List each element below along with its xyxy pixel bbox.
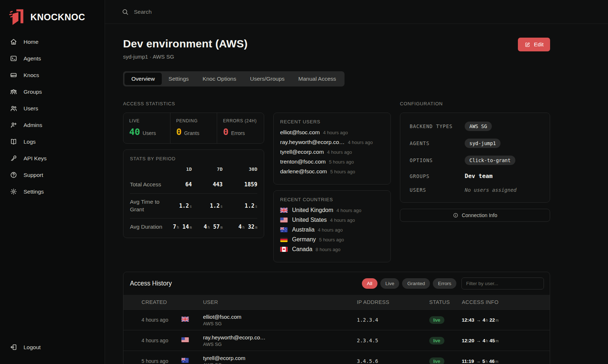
sidebar: KNOCKNOC HomeAgentsKnocsGroupsUsersAdmin… [0, 0, 105, 364]
stat-card-pending: PENDING0Grants [170, 113, 218, 143]
brand-name: KNOCKNOC [30, 12, 85, 22]
history-row[interactable]: 4 hours agoelliot@fsoc.comAWS SG1.2.3.4l… [123, 309, 550, 330]
stat-card-errors-24h: ERRORS (24H)0Errors [217, 113, 264, 143]
sidebar-item-home[interactable]: Home [5, 35, 100, 49]
filter-pill-all[interactable]: All [362, 278, 377, 289]
us-flag-icon [181, 337, 189, 342]
sidebar-item-settings[interactable]: Settings [5, 185, 100, 199]
sidebar-item-label: Settings [24, 189, 44, 195]
stats-column: ACCESS STATISTICS LIVE40UsersPENDING0Gra… [123, 101, 264, 262]
history-row[interactable]: 4 hours agoray.heyworth@ecorp.co…AWS SG2… [123, 330, 550, 351]
stat-value: 0Grants [176, 127, 211, 137]
tab-overview[interactable]: Overview [124, 73, 162, 85]
search-input[interactable]: Search [134, 9, 152, 15]
sidebar-item-label: Admins [24, 122, 42, 128]
status-badge: live [429, 337, 444, 344]
config-row-backend-types: BACKEND TYPESAWS SG [410, 122, 540, 131]
logout-button[interactable]: Logout [0, 340, 105, 355]
period-value: 1.2s [192, 203, 223, 209]
recent-user-email: tyrell@ecorp.com [280, 149, 324, 155]
recent-country-time: 4 hours ago [330, 217, 355, 223]
sidebar-item-users[interactable]: Users [5, 101, 100, 115]
sidebar-item-api-keys[interactable]: API Keys [5, 151, 100, 165]
edit-button-label: Edit [534, 41, 544, 48]
row-ip-address: 1.2.3.4 [357, 317, 429, 323]
period-value: 7h 14m [166, 224, 192, 230]
sidebar-item-knocs[interactable]: Knocs [5, 68, 100, 82]
configuration-label: CONFIGURATION [400, 101, 550, 107]
access-statistics-label: ACCESS STATISTICS [123, 101, 264, 107]
recent-user-item[interactable]: elliot@fsoc.com4 hours ago [280, 129, 384, 136]
recent-country-time: 4 hours ago [337, 208, 362, 213]
filter-pill-live[interactable]: Live [380, 278, 400, 289]
de-flag-icon [280, 237, 288, 242]
connection-info-button[interactable]: Connection Info [400, 209, 550, 222]
filter-pill-granted[interactable]: Granted [402, 278, 430, 289]
history-filters: AllLiveGrantedErrors [359, 278, 456, 289]
edit-button[interactable]: Edit [518, 38, 550, 51]
recent-user-item[interactable]: trenton@fsoc.com5 hours ago [280, 158, 384, 165]
au-flag-icon [280, 227, 288, 232]
config-label: USERS [410, 187, 465, 193]
overview-grid: ACCESS STATISTICS LIVE40UsersPENDING0Gra… [123, 101, 550, 262]
brand-logo: KNOCKNOC [0, 6, 105, 35]
period-col-30d: 30D [223, 166, 257, 176]
sidebar-item-admins[interactable]: Admins [5, 118, 100, 132]
tab-settings[interactable]: Settings [162, 73, 196, 85]
history-table-header: CREATEDUSERIP ADDRESSSTATUSACCESS INFO [123, 295, 550, 309]
sidebar-item-groups[interactable]: Groups [5, 85, 100, 99]
config-label: AGENTS [410, 140, 465, 146]
recent-country-time: 8 hours ago [316, 247, 341, 252]
stat-label: PENDING [176, 118, 211, 123]
recent-user-item[interactable]: darlene@fsoc.com5 hours ago [280, 168, 384, 175]
recent-country-item: Canada8 hours ago [280, 246, 384, 253]
row-backend: AWS SG [203, 321, 357, 326]
sidebar-item-support[interactable]: Support [5, 168, 100, 182]
recent-column: RECENT USERS elliot@fsoc.com4 hours agor… [273, 101, 391, 262]
access-duration: 4h 22m [483, 317, 499, 323]
filter-by-user-input[interactable] [461, 278, 544, 289]
users-icon [10, 105, 17, 112]
recent-user-item[interactable]: tyrell@ecorp.com4 hours ago [280, 149, 384, 155]
tab-manual-access[interactable]: Manual Access [291, 73, 343, 85]
recent-user-email: elliot@fsoc.com [280, 129, 320, 136]
page-content: Dev environment (AWS) syd-jump1 · AWS SG… [105, 24, 608, 364]
page-header: Dev environment (AWS) syd-jump1 · AWS SG… [123, 38, 550, 60]
tab-users-groups[interactable]: Users/Groups [243, 73, 292, 85]
stats-by-period-table: 1D7D30DTotal Access644431859Avg Time to … [130, 166, 257, 236]
recent-country-item: Australia4 hours ago [280, 227, 384, 233]
sidebar-item-label: Support [24, 172, 43, 178]
row-backend: AWS SG [203, 362, 357, 364]
recent-user-time: 5 hours ago [329, 159, 354, 165]
filter-pill-errors[interactable]: Errors [433, 278, 456, 289]
config-row-groups: GROUPSDev team [410, 173, 540, 179]
stats-by-period-card: STATS BY PERIOD 1D7D30DTotal Access64443… [123, 149, 264, 238]
sidebar-item-label: Home [24, 39, 38, 45]
configuration-column: CONFIGURATION BACKEND TYPESAWS SGAGENTSs… [400, 101, 550, 262]
recent-country-time: 4 hours ago [318, 227, 343, 233]
period-value: 4h 57m [192, 224, 223, 230]
recent-user-email: darlene@fsoc.com [280, 168, 327, 175]
config-value: AWS SG [465, 122, 492, 131]
history-row[interactable]: 5 hours agotyrell@ecorp.comAWS SG3.4.5.6… [123, 351, 550, 364]
config-value: Click-to-grant [465, 156, 515, 165]
period-value: 1.2s [166, 203, 192, 209]
period-value: 1.2s [223, 203, 257, 209]
tab-knoc-options[interactable]: Knoc Options [196, 73, 243, 85]
recent-user-time: 4 hours ago [348, 140, 373, 145]
config-value: No users assigned [465, 187, 516, 193]
recent-user-time: 4 hours ago [327, 149, 352, 155]
tab-bar: OverviewSettingsKnoc OptionsUsers/Groups… [123, 71, 345, 86]
stat-unit: Users [143, 130, 156, 136]
recent-user-email: trenton@fsoc.com [280, 158, 326, 165]
column-header-created: CREATED [142, 299, 181, 305]
access-duration: 5h 46m [482, 359, 498, 364]
column-header-status: STATUS [429, 299, 462, 305]
access-duration: 4h 45m [483, 338, 499, 343]
stat-cards: LIVE40UsersPENDING0GrantsERRORS (24H)0Er… [123, 113, 264, 144]
config-value: Dev team [465, 173, 493, 179]
sidebar-item-agents[interactable]: Agents [5, 51, 100, 65]
sidebar-item-logs[interactable]: Logs [5, 135, 100, 149]
period-value: 443 [192, 181, 223, 188]
recent-user-item[interactable]: ray.heyworth@ecorp.co…4 hours ago [280, 139, 384, 145]
